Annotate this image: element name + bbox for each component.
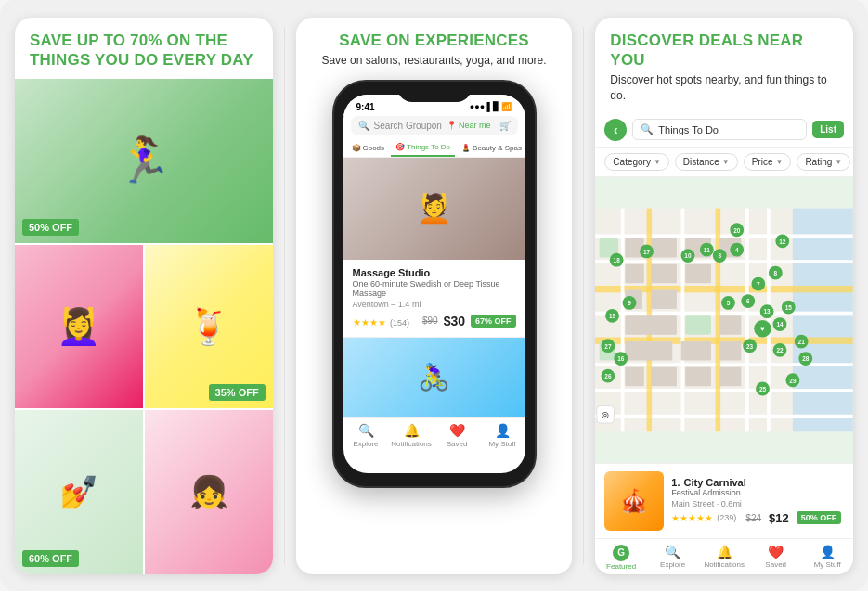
distance-arrow: ▼ — [722, 158, 730, 166]
filter-price[interactable]: Price ▼ — [744, 153, 792, 171]
panel2-header: SAVE ON EXPERIENCES Save on salons, rest… — [305, 31, 564, 80]
tab-beauty[interactable]: 💄 Beauty & Spas — [457, 139, 525, 157]
svg-text:11: 11 — [704, 246, 711, 252]
svg-text:28: 28 — [803, 355, 810, 362]
nav-explore[interactable]: 🔍 Explore — [343, 423, 389, 448]
explore-icon: 🔍 — [358, 423, 374, 438]
svg-rect-23 — [626, 263, 644, 282]
map-pin-25: 25 — [756, 381, 770, 395]
panel3-title: DISCOVER DEALS NEAR YOU — [610, 31, 838, 71]
svg-text:♥: ♥ — [760, 324, 765, 333]
nav-map-saved-label: Saved — [765, 560, 786, 569]
deal-price-row: ★★★★ (154) $90 $30 67% OFF — [353, 313, 516, 329]
deal-location-text: Main Street · 0.6mi — [671, 499, 844, 508]
deal-card-massage[interactable]: Massage Studio One 60-minute Swedish or … — [343, 260, 525, 338]
map-back-button[interactable]: ‹ — [604, 119, 627, 141]
svg-text:13: 13 — [764, 308, 771, 315]
svg-rect-1 — [793, 208, 853, 431]
original-price: $90 — [422, 315, 438, 326]
featured-icon: G — [613, 545, 629, 561]
svg-text:3: 3 — [719, 252, 722, 259]
svg-rect-36 — [720, 366, 742, 385]
deal-discount-badge: 50% OFF — [797, 511, 842, 524]
drinks-image: 🍹 35% OFF — [145, 245, 273, 409]
nav-map-explore[interactable]: 🔍 Explore — [647, 545, 699, 571]
svg-rect-32 — [720, 341, 742, 360]
map-search-box[interactable]: 🔍 Things To Do — [632, 119, 807, 140]
cart-icon: 🛒 — [499, 121, 511, 131]
svg-text:◎: ◎ — [602, 410, 609, 419]
svg-text:16: 16 — [618, 355, 626, 362]
bike-icon: 🚴‍♀️ — [418, 362, 450, 392]
nav-map-my-stuff[interactable]: 👤 My Stuff — [801, 545, 853, 571]
map-list-button[interactable]: List — [812, 121, 844, 138]
filter-distance[interactable]: Distance ▼ — [675, 153, 738, 171]
phone-search-bar[interactable]: 🔍 Search Groupon 📍 Near me 🛒 — [351, 116, 518, 135]
panel3-header: DISCOVER DEALS NEAR YOU Discover hot spo… — [595, 18, 853, 113]
map-view[interactable]: 3 4 5 6 7 — [595, 177, 853, 463]
map-pin-13: 13 — [760, 304, 774, 318]
nav-map-saved[interactable]: ❤️ Saved — [750, 545, 802, 571]
nav-featured[interactable]: G Featured — [595, 545, 647, 571]
map-pin-23: 23 — [744, 339, 758, 353]
map-pin-5: 5 — [721, 296, 735, 310]
svg-text:14: 14 — [777, 321, 784, 328]
map-notif-icon: 🔔 — [717, 545, 732, 559]
panel1-title: SAVE UP TO 70% ON THE THINGS YOU DO EVER… — [30, 31, 258, 71]
back-icon: ‹ — [614, 122, 618, 137]
search-icon: 🔍 — [358, 121, 369, 131]
tab-things-label: Things To Do — [407, 143, 450, 151]
carnival-icon: 🎪 — [620, 488, 648, 514]
map-pin-9: 9 — [623, 296, 637, 310]
price-label: Price — [752, 157, 773, 167]
category-arrow: ▼ — [654, 158, 661, 166]
svg-rect-34 — [652, 366, 678, 385]
map-deal-card[interactable]: 🎪 1. City Carnival Festival Admission Ma… — [595, 463, 853, 538]
svg-text:26: 26 — [605, 372, 613, 379]
map-bottom-nav: G Featured 🔍 Explore 🔔 Notifications ❤️ … — [595, 538, 853, 574]
divider-2 — [583, 27, 584, 565]
svg-text:19: 19 — [609, 313, 616, 319]
nav-map-notifications[interactable]: 🔔 Notifications — [698, 545, 750, 571]
svg-text:8: 8 — [774, 269, 778, 276]
tab-goods[interactable]: 📦 Goods — [347, 139, 390, 157]
map-pin-3: 3 — [713, 249, 727, 263]
hair-icon: 💆‍♀️ — [57, 306, 100, 347]
divider-1 — [284, 27, 285, 565]
deal-thumbnail: 🎪 — [604, 471, 664, 531]
category-label: Category — [613, 157, 651, 167]
nails-icon: 💅 — [59, 473, 98, 510]
deal-original-price: $24 — [745, 513, 761, 523]
map-pin-29: 29 — [786, 373, 800, 387]
near-me-btn[interactable]: 📍 Near me — [447, 121, 491, 130]
deal-stars: ★★★★★ — [671, 513, 713, 523]
svg-text:9: 9 — [628, 300, 632, 306]
svg-rect-31 — [681, 341, 711, 360]
massage-hero-image: 💆 — [343, 158, 525, 260]
map-search-text: Things To Do — [658, 124, 719, 135]
filter-category[interactable]: Category ▼ — [604, 153, 669, 171]
location-icon: 📍 — [447, 121, 457, 130]
search-placeholder: Search Groupon — [374, 121, 442, 131]
stars-display: ★★★★ — [353, 317, 386, 328]
nav-notifications[interactable]: 🔔 Notifications — [389, 423, 434, 448]
map-pin-12: 12 — [776, 234, 790, 248]
map-pin-28: 28 — [799, 352, 813, 366]
map-pin-10: 10 — [681, 249, 695, 263]
deal-number: 1. — [671, 477, 680, 488]
map-pin-15: 15 — [782, 300, 796, 314]
beauty-icon: 💄 — [461, 144, 471, 152]
map-pin-19: 19 — [605, 309, 619, 323]
nav-my-stuff[interactable]: 👤 My Stuff — [480, 423, 525, 448]
svg-text:5: 5 — [727, 300, 731, 306]
panel-save-70: SAVE UP TO 70% ON THE THINGS YOU DO EVER… — [15, 18, 273, 574]
svg-text:18: 18 — [614, 257, 621, 263]
filter-rating[interactable]: Rating ▼ — [797, 153, 850, 171]
svg-rect-17 — [686, 315, 712, 334]
panel1-image-grid: 🏃‍♀️ 50% OFF 💆‍♀️ 🍹 35% OFF 💅 60% OFF 👧 — [15, 79, 273, 574]
tab-things-to-do[interactable]: 🎯 Things To Do — [391, 139, 455, 157]
phone-time: 9:41 — [356, 102, 375, 112]
svg-rect-20 — [652, 238, 678, 257]
nav-saved[interactable]: ❤️ Saved — [434, 423, 480, 448]
badge-50off: 50% OFF — [22, 219, 79, 236]
